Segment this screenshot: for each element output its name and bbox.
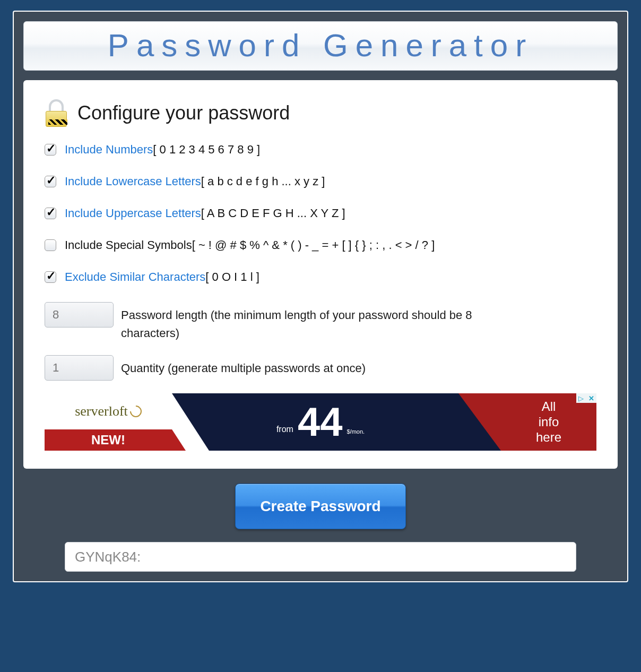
config-panel: Configure your password Include Numbers[… — [23, 80, 618, 469]
option-include-uppercase: Include Uppercase Letters[ A B C D E F G… — [45, 206, 596, 220]
option-label: Include Special Symbols — [65, 238, 192, 252]
lock-icon — [45, 99, 68, 127]
config-header: Configure your password — [45, 99, 596, 127]
page-title: Password Generator — [24, 27, 617, 64]
action-area: Create Password — [23, 484, 618, 529]
quantity-input[interactable] — [45, 356, 114, 380]
option-desc: [ 0 O I 1 l ] — [205, 270, 259, 283]
checkbox-include-numbers[interactable] — [45, 144, 56, 156]
create-password-button[interactable]: Create Password — [235, 484, 405, 529]
password-length-label: Password length (the minimum length of y… — [121, 302, 524, 342]
password-length-stepper[interactable]: ▲ ▼ — [45, 302, 114, 328]
checkbox-include-symbols[interactable] — [45, 239, 56, 251]
option-exclude-similar: Exclude Similar Characters[ 0 O I 1 l ] — [45, 270, 596, 284]
quantity-row: ▲ ▼ Quantity (generate multiple password… — [45, 355, 596, 381]
option-desc: [ 0 1 2 3 4 5 6 7 8 9 ] — [153, 143, 260, 156]
adchoices-icon[interactable]: ▷ ✕ — [576, 393, 596, 403]
checkbox-include-uppercase[interactable] — [45, 208, 56, 219]
option-include-numbers: Include Numbers[ 0 1 2 3 4 5 6 7 8 9 ] — [45, 143, 596, 157]
option-include-lowercase: Include Lowercase Letters[ a b c d e f g… — [45, 175, 596, 188]
result-row — [23, 542, 618, 572]
password-length-row: ▲ ▼ Password length (the minimum length … — [45, 302, 596, 342]
config-heading: Configure your password — [77, 102, 290, 124]
title-bar: Password Generator — [23, 21, 618, 71]
option-label[interactable]: Include Numbers — [65, 143, 153, 156]
adchoices-triangle-icon: ▷ — [578, 394, 584, 402]
generated-password-field[interactable] — [65, 542, 576, 572]
option-label[interactable]: Include Lowercase Letters — [65, 175, 201, 188]
ad-close-icon[interactable]: ✕ — [588, 394, 594, 402]
quantity-stepper[interactable]: ▲ ▼ — [45, 355, 114, 381]
option-include-symbols: Include Special Symbols[ ~ ! @ # $ % ^ &… — [45, 238, 596, 252]
option-desc: [ ~ ! @ # $ % ^ & * ( ) - _ = + [ ] { } … — [192, 238, 435, 252]
quantity-label: Quantity (generate multiple passwords at… — [121, 355, 366, 377]
checkbox-exclude-similar[interactable] — [45, 271, 56, 283]
ad-banner[interactable]: serverloft NEW! from 44 $/mon. All info … — [45, 393, 596, 451]
app-frame: Password Generator Configure your passwo… — [13, 11, 628, 582]
option-desc: [ a b c d e f g h ... x y z ] — [201, 175, 325, 188]
checkbox-include-lowercase[interactable] — [45, 176, 56, 187]
password-length-input[interactable] — [45, 303, 114, 327]
option-desc: [ A B C D E F G H ... X Y Z ] — [201, 206, 345, 220]
option-label[interactable]: Exclude Similar Characters — [65, 270, 205, 283]
option-label[interactable]: Include Uppercase Letters — [65, 206, 201, 220]
